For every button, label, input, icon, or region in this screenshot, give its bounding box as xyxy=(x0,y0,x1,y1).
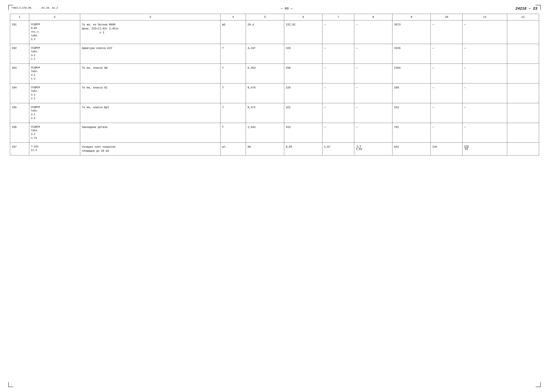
table-cell: I94 xyxy=(10,83,29,103)
col-header-2: 2 xyxy=(29,14,80,21)
table-cell: — xyxy=(322,44,354,63)
page-header: Г903–I–278.90. Ал.I8, кн.2 — 60 — 24218 … xyxy=(10,7,539,11)
table-cell: — xyxy=(463,83,507,103)
corner-bottom-left xyxy=(8,382,13,387)
table-cell: То же, из бетона М600 Цена: II5+(I,63+ 2… xyxy=(80,21,220,44)
table-cell: — xyxy=(463,123,507,142)
doc-number: Г903–I–278.90. xyxy=(12,7,33,9)
table-cell: — xyxy=(463,63,507,83)
table-cell: I92 xyxy=(10,44,29,63)
table-cell: — xyxy=(322,103,354,123)
table-cell xyxy=(507,63,539,83)
table-cell: — xyxy=(322,21,354,44)
table-cell: I95 xyxy=(10,103,29,123)
col-header-3: 3 xyxy=(80,14,220,21)
table-cell: I7683 xyxy=(463,142,507,155)
table-cell: 29,4 xyxy=(246,21,284,44)
table-cell: — xyxy=(322,83,354,103)
table-cell: Арматура класса АIУ xyxy=(80,44,220,63)
corner-bottom-right xyxy=(536,382,541,387)
col-header-6: 6 xyxy=(284,14,322,21)
col-header-5: 5 xyxy=(246,14,284,21)
table-row: I94ССЦМСМ Табл. 3–I п.IТо же, класса АIТ… xyxy=(10,83,539,103)
table-row: I93ССЦМСМ Табл. 3–I п.3То же, класса АШТ… xyxy=(10,63,539,83)
table-cell: — xyxy=(322,123,354,142)
table-cell: — xyxy=(354,21,392,44)
table-cell: 5,454 xyxy=(246,63,284,83)
table-cell: То же, класса ВрI xyxy=(80,103,220,123)
table-cell: Т xyxy=(220,103,246,123)
table-cell: I97 xyxy=(10,142,29,155)
table-cell: 80 xyxy=(246,142,284,155)
table-cell: ССЦМСМ Табл. 3–I п.6 xyxy=(29,103,80,123)
table-cell: 642 xyxy=(392,142,431,155)
header-center: — 60 — xyxy=(58,7,515,10)
table-cell: ССЦМСМ Табл. 3–I п.I3 xyxy=(29,123,80,142)
table-cell: 32I xyxy=(284,103,322,123)
table-cell: ССЦМСМ 8–80 тех.ч. табл. 3.3 xyxy=(29,21,80,44)
table-row: I977–I83 II–4Укладка плит покрытия площа… xyxy=(10,142,539,155)
table-cell: I364 xyxy=(392,63,431,83)
table-cell: 7–I83 II–4 xyxy=(29,142,80,155)
table-cell: 4I3 xyxy=(284,123,322,142)
table-cell: Т xyxy=(220,63,246,83)
corner-top-right xyxy=(536,5,541,10)
col-header-7: 7 xyxy=(322,14,354,21)
table-cell: — xyxy=(322,63,354,83)
table-cell: Укладка плит покрытия площадью до 20 м2 xyxy=(80,142,220,155)
table-cell: — xyxy=(354,44,392,63)
table-cell: — xyxy=(463,21,507,44)
table-cell: I,843 xyxy=(246,123,284,142)
table-cell: 229 xyxy=(284,44,322,63)
table-cell: — xyxy=(431,44,463,63)
header-left: Г903–I–278.90. Ал.I8, кн.2 xyxy=(12,7,58,9)
table-cell: — xyxy=(431,123,463,142)
table-cell: I5I xyxy=(392,103,431,123)
table-cell: То же, класса АШ xyxy=(80,63,220,83)
table-cell: — xyxy=(463,44,507,63)
table-cell: 250 xyxy=(284,63,322,83)
header-right: 24218 – 23 xyxy=(515,7,537,11)
table-cell: 76I xyxy=(392,123,431,142)
table-cell: — xyxy=(463,103,507,123)
table-cell xyxy=(507,123,539,142)
table-cell: ССЦМСМ Табл. 3–I п.I xyxy=(29,44,80,63)
table-cell: I96 xyxy=(10,123,29,142)
table-cell: I34 xyxy=(431,142,463,155)
table-cell: I93 xyxy=(10,63,29,83)
table-cell: 229 xyxy=(284,83,322,103)
table-cell: 8,02 xyxy=(284,142,322,155)
table-cell: — xyxy=(431,83,463,103)
table-cell: ССЦМСМ Табл. 3–I п.I xyxy=(29,83,80,103)
table-cell: 0,47I xyxy=(246,103,284,123)
table-cell: — xyxy=(354,63,392,83)
column-header-row: 1 2 3 4 5 6 7 8 9 10 11 12 xyxy=(10,14,539,21)
table-cell: 4,437 xyxy=(246,44,284,63)
table-cell: IOI6 xyxy=(392,44,431,63)
table-cell: 0,476 xyxy=(246,83,284,103)
col-header-11: 11 xyxy=(463,14,507,21)
table-cell xyxy=(507,142,539,155)
col-header-12: 12 xyxy=(507,14,539,21)
main-table: 1 2 3 4 5 6 7 8 9 10 11 12 I9IССЦМСМ 8–8… xyxy=(10,14,539,155)
table-row: I96ССЦМСМ Табл. 3–I п.I3Закладные детали… xyxy=(10,123,539,142)
col-header-10: 10 xyxy=(431,14,463,21)
corner-top-left xyxy=(8,5,13,10)
table-cell xyxy=(507,21,539,44)
table-cell: — xyxy=(354,103,392,123)
table-cell: I09 xyxy=(392,83,431,103)
col-header-4: 4 xyxy=(220,14,246,21)
table-cell: шт. xyxy=(220,142,246,155)
table-cell: Т xyxy=(220,123,246,142)
table-cell: Закладные детали xyxy=(80,123,220,142)
col-header-1: 1 xyxy=(10,14,29,21)
doc-ref: Ал.I8, кн.2 xyxy=(42,7,58,9)
table-cell xyxy=(507,44,539,63)
table-cell: Т xyxy=(220,44,246,63)
table-cell: То же, класса АI xyxy=(80,83,220,103)
table-cell: — xyxy=(431,103,463,123)
table-row: I95ССЦМСМ Табл. 3–I п.6То же, класса ВрI… xyxy=(10,103,539,123)
table-row: I92ССЦМСМ Табл. 3–I п.IАрматура класса А… xyxy=(10,44,539,63)
table-cell: — xyxy=(431,63,463,83)
table-cell: — xyxy=(354,123,392,142)
